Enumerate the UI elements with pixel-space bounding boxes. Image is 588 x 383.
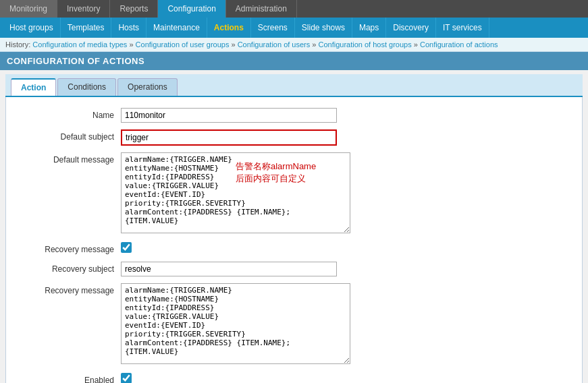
page-title: CONFIGURATION OF ACTIONS bbox=[0, 52, 588, 70]
nav-hosts[interactable]: Hosts bbox=[111, 18, 146, 38]
name-field-wrap bbox=[121, 108, 575, 123]
name-row: Name bbox=[13, 108, 575, 123]
recovery-message-textarea-label: Recovery message bbox=[13, 283, 121, 295]
name-input[interactable] bbox=[121, 108, 337, 123]
default-message-textarea[interactable] bbox=[121, 152, 350, 233]
default-subject-row: Default subject bbox=[13, 129, 575, 146]
main-section: Action Conditions Operations Name Defaul… bbox=[0, 70, 588, 383]
top-navigation: Monitoring Inventory Reports Configurati… bbox=[0, 0, 588, 18]
nav-discovery[interactable]: Discovery bbox=[386, 18, 436, 38]
recovery-subject-row: Recovery subject bbox=[13, 262, 575, 276]
enabled-row: Enabled bbox=[13, 373, 575, 383]
breadcrumb-media-types[interactable]: Configuration of media types bbox=[32, 40, 127, 49]
top-nav-reports[interactable]: Reports bbox=[110, 0, 158, 18]
enabled-label: Enabled bbox=[13, 373, 121, 383]
default-message-label: Default message bbox=[13, 152, 121, 165]
top-nav-inventory[interactable]: Inventory bbox=[57, 0, 110, 18]
recovery-message-checkbox[interactable] bbox=[121, 242, 132, 253]
name-label: Name bbox=[13, 108, 121, 120]
enabled-checkbox[interactable] bbox=[121, 373, 132, 383]
tab-content: Name Default subject Default message 告警 bbox=[5, 97, 583, 383]
breadcrumb-users[interactable]: Configuration of users bbox=[238, 40, 311, 49]
top-nav-administration[interactable]: Administration bbox=[226, 0, 297, 18]
tab-bar: Action Conditions Operations bbox=[5, 74, 583, 97]
nav-it-services[interactable]: IT services bbox=[436, 18, 489, 38]
nav-host-groups[interactable]: Host groups bbox=[3, 18, 61, 38]
recovery-subject-field-wrap bbox=[121, 262, 575, 276]
default-subject-input[interactable] bbox=[121, 129, 337, 146]
recovery-message-check-wrap bbox=[121, 242, 575, 255]
recovery-message-textarea-wrap bbox=[121, 283, 575, 366]
tab-operations[interactable]: Operations bbox=[117, 78, 178, 96]
breadcrumb-host-groups[interactable]: Configuration of host groups bbox=[319, 40, 412, 49]
default-subject-label: Default subject bbox=[13, 129, 121, 142]
default-message-field-wrap: 告警名称alarmName 后面内容可自定义 bbox=[121, 152, 575, 235]
breadcrumb-label: History: bbox=[5, 40, 32, 49]
recovery-message-textarea-row: Recovery message bbox=[13, 283, 575, 366]
tab-action[interactable]: Action bbox=[11, 78, 56, 96]
breadcrumb: History: Configuration of media types » … bbox=[0, 38, 588, 52]
top-nav-configuration[interactable]: Configuration bbox=[158, 0, 225, 18]
recovery-message-check-label: Recovery message bbox=[13, 242, 121, 254]
recovery-message-textarea[interactable] bbox=[121, 283, 350, 364]
breadcrumb-user-groups[interactable]: Configuration of user groups bbox=[136, 40, 230, 49]
nav-templates[interactable]: Templates bbox=[61, 18, 112, 38]
top-nav-monitoring[interactable]: Monitoring bbox=[0, 0, 57, 18]
nav-slide-shows[interactable]: Slide shows bbox=[295, 18, 352, 38]
app-container: Monitoring Inventory Reports Configurati… bbox=[0, 0, 588, 383]
tab-conditions[interactable]: Conditions bbox=[57, 78, 116, 96]
default-message-row: Default message 告警名称alarmName 后面内容可自定义 bbox=[13, 152, 575, 235]
enabled-field-wrap bbox=[121, 373, 575, 383]
nav-maintenance[interactable]: Maintenance bbox=[146, 18, 207, 38]
nav-actions[interactable]: Actions bbox=[207, 18, 251, 38]
recovery-message-check-row: Recovery message bbox=[13, 242, 575, 255]
recovery-subject-label: Recovery subject bbox=[13, 262, 121, 274]
recovery-subject-input[interactable] bbox=[121, 262, 337, 276]
nav-screens[interactable]: Screens bbox=[251, 18, 295, 38]
second-navigation: Host groups Templates Hosts Maintenance … bbox=[0, 18, 588, 38]
nav-maps[interactable]: Maps bbox=[352, 18, 386, 38]
default-subject-field-wrap bbox=[121, 129, 575, 146]
breadcrumb-actions[interactable]: Configuration of actions bbox=[420, 40, 498, 49]
